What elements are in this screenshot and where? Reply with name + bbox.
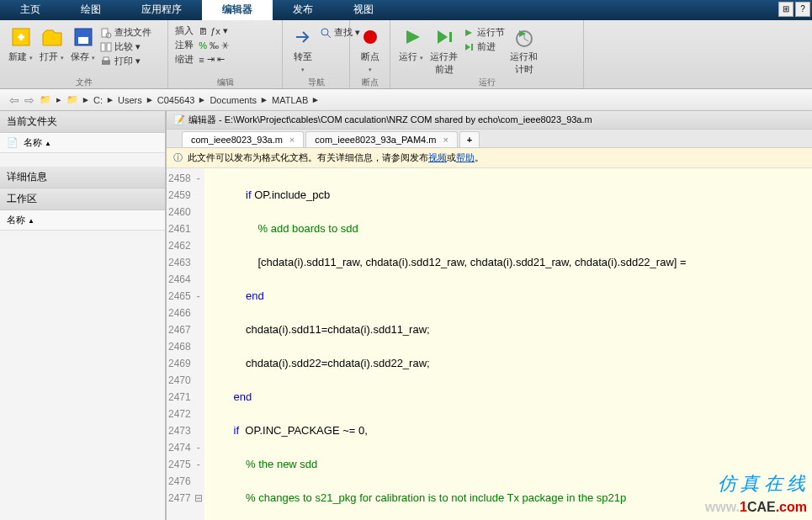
svg-rect-11 [449, 32, 452, 42]
close-icon[interactable]: × [289, 135, 295, 145]
menu-tab-home[interactable]: 主页 [0, 0, 61, 20]
menu-bar: 主页 绘图 应用程序 编辑器 发布 视图 [0, 0, 812, 20]
folder-up-icon[interactable]: 📁 [40, 94, 51, 105]
group-label-bp: 断点 [350, 77, 390, 88]
line-gutter: 2458245924602461246224632464246524662467… [167, 168, 193, 520]
nav-back-icon[interactable]: ⇦ [9, 93, 19, 107]
path-seg[interactable]: C: [93, 95, 103, 105]
group-label-edit: 编辑 [168, 77, 282, 88]
close-icon[interactable]: × [443, 135, 448, 145]
info-icon: ⓘ [173, 151, 183, 164]
menu-tab-view[interactable]: 视图 [333, 0, 394, 20]
fold-gutter[interactable]: ----⊟ [193, 168, 204, 520]
run-section-button[interactable]: 运行节 [461, 25, 507, 40]
file-tabs: com_ieee8023_93a.m× com_ieee8023_93a_PAM… [167, 130, 812, 148]
compare-button[interactable]: 比较 ▾ [98, 40, 153, 54]
menu-tab-apps[interactable]: 应用程序 [121, 0, 202, 20]
info-bar: ⓘ 此文件可以发布为格式化文档。有关详细信息，请参阅发布 视频 或 帮助 。 [167, 148, 812, 168]
svg-rect-5 [101, 43, 105, 51]
svg-rect-8 [103, 57, 109, 61]
source-code[interactable]: if OP.include_pcb % add boards to sdd [c… [204, 168, 712, 520]
file-tab-1[interactable]: com_ieee8023_93a.m× [182, 131, 304, 147]
name-column-2[interactable]: 名称 [7, 215, 25, 225]
svg-rect-3 [102, 29, 108, 37]
code-area[interactable]: 2458245924602461246224632464246524662467… [167, 168, 812, 520]
menu-tab-editor[interactable]: 编辑器 [202, 0, 273, 20]
breakpoints-button[interactable]: 断点 [355, 24, 385, 75]
group-label-nav: 导航 [283, 77, 349, 88]
name-column[interactable]: 名称 [24, 137, 42, 147]
current-folder-title[interactable]: 当前文件夹 [0, 111, 165, 133]
video-link[interactable]: 视频 [428, 151, 447, 164]
ribbon: 新建 打开 保存 查找文件 比较 ▾ 打印 ▾ 文件 插入 🖹ƒx▾ 注释 %‰… [0, 20, 812, 89]
group-label-run: 运行 [390, 77, 583, 88]
editor-title: 编辑器 - E:\Work\Project\cables\COM caculat… [188, 114, 592, 126]
side-panel: 当前文件夹 📄名称 ▲ 详细信息 工作区 名称 ▲ [0, 111, 167, 520]
run-advance-button[interactable]: 运行并 前进 [427, 24, 461, 77]
editor-doc-icon: 📝 [173, 114, 185, 125]
workspace-title[interactable]: 工作区 [0, 188, 165, 210]
group-label-file: 文件 [0, 77, 167, 88]
new-button[interactable]: 新建 [5, 24, 36, 68]
nav-fwd-icon[interactable]: ⇨ [24, 93, 34, 107]
editor-panel: 📝 编辑器 - E:\Work\Project\cables\COM cacul… [167, 111, 812, 520]
menu-tab-plots[interactable]: 绘图 [61, 0, 121, 20]
insert-button[interactable]: 插入 🖹ƒx▾ [173, 24, 277, 38]
menu-tab-publish[interactable]: 发布 [273, 0, 333, 20]
indent-button[interactable]: 缩进 ≡⇥⇤ [173, 52, 277, 66]
save-button[interactable]: 保存 [67, 24, 98, 68]
layout-icon[interactable]: ⊞ [778, 2, 793, 17]
svg-rect-6 [107, 43, 111, 51]
svg-point-9 [321, 29, 328, 35]
address-bar: ⇦ ⇨ 📁 ▸ 📁 ▸C: ▸Users ▸C045643 ▸Documents… [0, 89, 812, 111]
find-files-button[interactable]: 查找文件 [98, 25, 153, 40]
open-button[interactable]: 打开 [36, 24, 67, 68]
help-icon[interactable]: ? [795, 2, 810, 17]
path-seg[interactable]: MATLAB [272, 95, 308, 105]
svg-point-10 [364, 30, 377, 44]
add-tab-button[interactable]: + [459, 131, 480, 147]
goto-button[interactable]: 转至 [288, 24, 318, 75]
svg-rect-2 [78, 37, 88, 44]
advance-button[interactable]: 前进 [461, 40, 507, 54]
path-seg[interactable]: Documents [210, 95, 257, 105]
path-seg[interactable]: C045643 [157, 95, 195, 105]
path-seg[interactable]: Users [118, 95, 142, 105]
run-time-button[interactable]: 运行和 计时 [507, 24, 541, 77]
help-link[interactable]: 帮助 [456, 151, 475, 164]
file-tab-2[interactable]: com_ieee8023_93a_PAM4.m× [305, 131, 458, 147]
details-title[interactable]: 详细信息 [0, 167, 165, 188]
folder-icon[interactable]: 📁 [66, 94, 78, 105]
comment-button[interactable]: 注释 %‰⚹ [173, 38, 277, 52]
run-button[interactable]: 运行 [395, 24, 427, 77]
print-button[interactable]: 打印 ▾ [98, 54, 153, 68]
svg-rect-12 [471, 44, 473, 50]
